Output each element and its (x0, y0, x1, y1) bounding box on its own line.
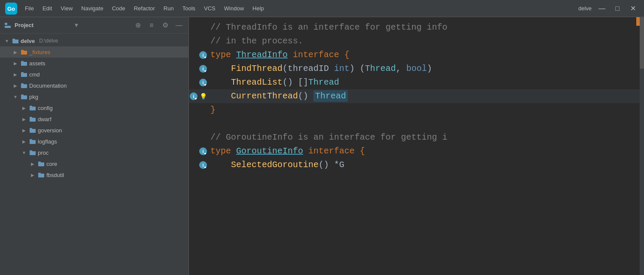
menu-help[interactable]: Help (249, 3, 267, 13)
impl-icon-5[interactable]: i (199, 79, 207, 86)
folder-icon-assets (21, 60, 27, 66)
svg-rect-15 (21, 95, 24, 96)
tree-item-logflags[interactable]: ▶ logflags (0, 136, 188, 147)
svg-rect-19 (30, 117, 32, 118)
sidebar-title: Project (15, 22, 70, 28)
code-line-8 (189, 117, 644, 131)
sidebar-minimize-button[interactable]: — (174, 20, 184, 31)
svg-text:Go: Go (7, 6, 15, 12)
svg-rect-29 (38, 173, 41, 174)
menu-view[interactable]: View (57, 3, 76, 13)
gutter-3: i (189, 51, 210, 59)
svg-rect-24 (30, 151, 36, 155)
main-content: Project ▼ ⊕ ≡ ⚙ — ▼ delve D:\delve ▶ (0, 17, 644, 275)
folder-icon-fbsdutil (38, 172, 45, 178)
menu-edit[interactable]: Edit (39, 3, 55, 13)
svg-rect-13 (21, 83, 24, 85)
tree-item-goversion[interactable]: ▶ goversion (0, 125, 188, 136)
tree-item-fixtures[interactable]: ▶ _fixtures (0, 46, 188, 58)
tree-label-goversion: goversion (38, 127, 62, 134)
tree-label-pkg: pkg (29, 94, 38, 100)
impl-icon-3[interactable]: i (199, 51, 207, 59)
folder-icon-logflags (29, 138, 36, 144)
tree-item-cmd[interactable]: ▶ cmd (0, 69, 188, 80)
maximize-button[interactable]: □ (611, 3, 623, 15)
title-bar: Go File Edit View Navigate Code Refactor… (0, 0, 644, 17)
tree-item-pkg[interactable]: ▼ pkg (0, 91, 188, 102)
impl-icon-11[interactable]: i (199, 161, 207, 169)
tree-item-documentation[interactable]: ▶ Documentation (0, 80, 188, 91)
arrow-fbsdutil: ▶ (29, 173, 36, 177)
tree-item-config[interactable]: ▶ config (0, 102, 188, 113)
sidebar-add-button[interactable]: ⊕ (133, 20, 143, 31)
arrow-config: ▶ (21, 106, 27, 110)
bulb-icon-6[interactable]: 💡 (199, 92, 207, 100)
folder-icon-config (29, 105, 36, 111)
sidebar-dropdown-arrow[interactable]: ▼ (74, 22, 130, 28)
folder-icon-core (38, 161, 45, 167)
tree-item-core[interactable]: ▶ core (0, 158, 188, 169)
svg-rect-25 (30, 150, 32, 152)
gutter-4: i (189, 65, 210, 73)
code-text-2: // in the process. (210, 35, 303, 48)
editor-scrollbar-thumb[interactable] (640, 17, 644, 69)
svg-rect-17 (30, 106, 32, 107)
tree-item-fbsdutil[interactable]: ▶ fbsdutil (0, 169, 188, 180)
code-line-4: i FindThread(threadID int) (Thread, bool… (189, 62, 644, 76)
tree-label-documentation: Documentation (29, 82, 67, 89)
menu-run[interactable]: Run (160, 3, 177, 13)
menu-bar: File Edit View Navigate Code Refactor Ru… (21, 3, 574, 13)
svg-rect-9 (21, 61, 24, 62)
svg-rect-16 (30, 107, 36, 110)
menu-file[interactable]: File (21, 3, 37, 13)
arrow-goversion: ▶ (21, 128, 27, 133)
svg-rect-4 (12, 40, 18, 43)
menu-window[interactable]: Window (221, 3, 247, 13)
sidebar-header: Project ▼ ⊕ ≡ ⚙ — (0, 17, 188, 34)
svg-rect-7 (21, 50, 24, 51)
code-text-6: CurrentThread() Thread (210, 90, 348, 103)
menu-tools[interactable]: Tools (179, 3, 199, 13)
tree-label-cmd: cmd (29, 71, 40, 78)
gutter-10: i (189, 147, 210, 155)
code-text-7: } (210, 104, 216, 116)
code-line-7: } (189, 103, 644, 117)
tree-item-proc[interactable]: ▼ proc (0, 147, 188, 158)
menu-refactor[interactable]: Refactor (131, 3, 158, 13)
arrow-core: ▶ (29, 162, 36, 166)
svg-rect-10 (21, 73, 27, 77)
code-text-5: ThreadList() []Thread (210, 76, 339, 89)
menu-navigate[interactable]: Navigate (78, 3, 106, 13)
impl-icon-4[interactable]: i (199, 65, 207, 73)
menu-vcs[interactable]: VCS (200, 3, 219, 13)
tree-label-config: config (38, 105, 53, 111)
svg-rect-23 (30, 139, 32, 141)
sidebar-settings-button[interactable]: ⚙ (160, 20, 170, 31)
project-tree: ▼ delve D:\delve ▶ _fixtures ▶ (0, 34, 188, 275)
tree-item-assets[interactable]: ▶ assets (0, 58, 188, 69)
tree-label-fbsdutil: fbsdutil (46, 172, 64, 178)
svg-rect-18 (30, 118, 36, 122)
sidebar-filter-button[interactable]: ≡ (146, 20, 157, 31)
editor-scrollbar[interactable] (640, 17, 644, 275)
arrow-cmd: ▶ (12, 72, 19, 77)
menu-code[interactable]: Code (109, 3, 129, 13)
svg-rect-3 (5, 26, 11, 28)
tree-item-delve[interactable]: ▼ delve D:\delve (0, 35, 188, 46)
code-text-3: type ThreadInfo interface { (210, 49, 349, 61)
impl-icon-6[interactable]: i (190, 92, 197, 100)
close-button[interactable]: ✕ (627, 3, 639, 15)
svg-rect-22 (30, 140, 36, 144)
window-title: delve (578, 5, 592, 12)
code-editor[interactable]: // ThreadInfo is an interface for gettin… (189, 17, 644, 275)
folder-icon-documentation (21, 82, 27, 89)
folder-icon-dwarf (29, 116, 36, 122)
svg-rect-2 (5, 23, 7, 25)
code-line-6: i 💡 CurrentThread() Thread (189, 89, 644, 103)
arrow-proc: ▼ (21, 150, 27, 155)
folder-icon-goversion (29, 127, 36, 133)
tree-item-dwarf[interactable]: ▶ dwarf (0, 113, 188, 125)
minimize-button[interactable]: — (596, 3, 608, 15)
code-text-10: type GoroutineInfo interface { (210, 145, 365, 158)
impl-icon-10[interactable]: i (199, 147, 207, 155)
